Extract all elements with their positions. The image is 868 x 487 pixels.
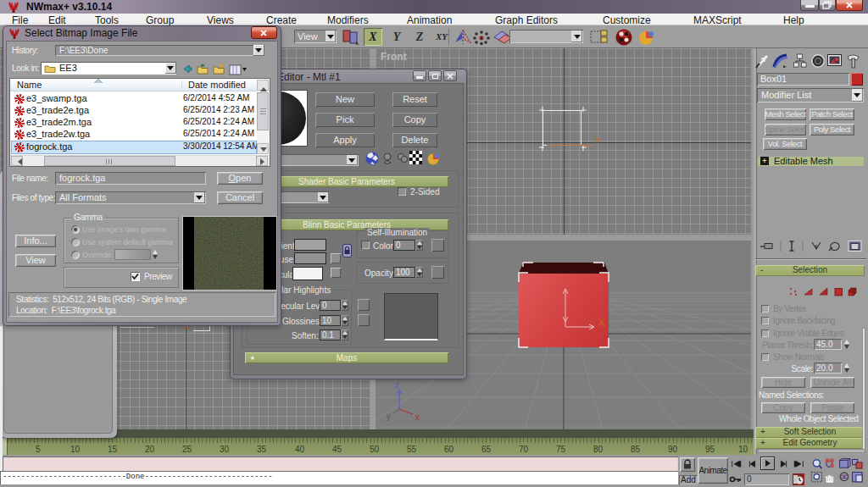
svg-text:x: x	[415, 412, 420, 422]
svg-text:X: X	[598, 318, 605, 328]
svg-text:y: y	[387, 412, 391, 421]
svg-text:z: z	[395, 380, 399, 390]
